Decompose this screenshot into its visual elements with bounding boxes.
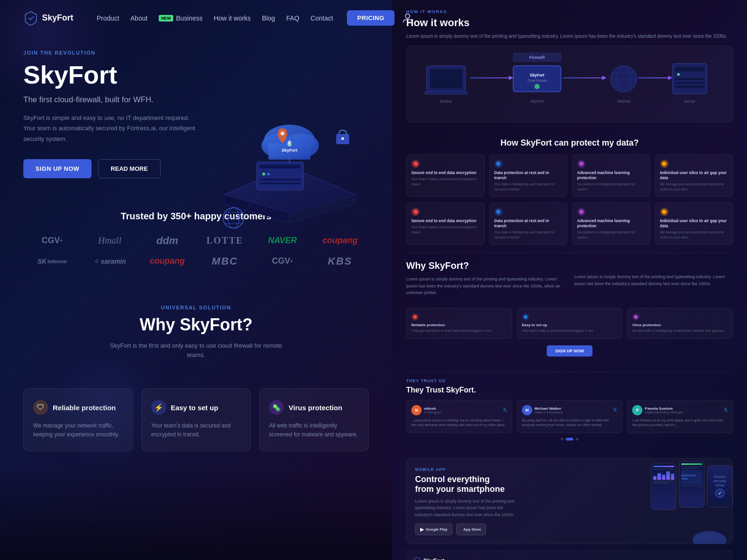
app-store-button[interactable]: App Store xyxy=(456,524,486,535)
user-icon[interactable] xyxy=(401,12,414,25)
hero-title: SkyFort xyxy=(23,61,219,89)
testimonial-text-2: I use Fortress.ai on my work laptop, and… xyxy=(632,418,728,428)
testimonial-0: N niitesh UI Designer 𝕏 ...using about v… xyxy=(406,400,512,433)
signup-button[interactable]: SIGN UP NOW xyxy=(23,159,92,178)
svg-point-22 xyxy=(281,132,284,135)
protection-grid-1: 🔴 Secure end to end data encryption Your… xyxy=(406,154,733,197)
hero-label: JOIN THE REVOLUTION xyxy=(23,50,219,56)
svg-text:Firewall!: Firewall! xyxy=(529,55,545,60)
why-feature-0: 🔴 Reliable protection They get downtown … xyxy=(406,308,512,339)
phone-line xyxy=(653,469,674,469)
scroll-dot-1[interactable] xyxy=(566,438,573,441)
nav-blog[interactable]: Blog xyxy=(262,14,275,22)
google-play-label: Google Play xyxy=(426,527,447,532)
how-it-works-section: HOW IT WORKS How it works Lorem ipsum is… xyxy=(406,9,733,138)
main-content: SkyFort Product About NEW Business How i… xyxy=(0,0,392,560)
nav-business: Business xyxy=(176,14,203,22)
nav-actions: PRICING xyxy=(347,10,414,26)
protect-title-6: Advanced machine learning protection xyxy=(577,218,645,229)
google-play-button[interactable]: ▶ Google Play xyxy=(415,524,452,535)
why-skyfort-desc1: Lorem ipsum is simply dummy text of the … xyxy=(406,276,565,296)
why-feature-2: 🟣 Virus protection All web traffic is in… xyxy=(627,308,733,339)
protection-item-1: 🔵 Data protection at rest and in transit… xyxy=(489,154,568,197)
svg-point-34 xyxy=(535,84,540,89)
hero-buttons: SIGN UP NOW READ MORE xyxy=(23,159,219,178)
logo-icon xyxy=(23,11,38,26)
phone-line-3 xyxy=(653,483,668,483)
testimonial-user-1: M Michael Walker Head of Operations xyxy=(522,405,563,415)
svg-point-6 xyxy=(262,173,265,175)
google-play-icon: ▶ xyxy=(420,526,424,532)
feature-title-1: Easy to set up xyxy=(171,404,218,412)
testimonial-header-1: M Michael Walker Head of Operations 𝕏 xyxy=(522,405,618,415)
nav-about[interactable]: About xyxy=(130,14,148,22)
svg-marker-45 xyxy=(668,76,672,80)
protect-icon-3: 🟠 xyxy=(660,160,669,168)
svg-text:Cloud Firewall: Cloud Firewall xyxy=(528,79,547,82)
footer-top: SkyFort Product About Business How it wo… xyxy=(413,557,726,560)
why-skyfort-section: Why SkyFort? Lorem ipsum is simply dummy… xyxy=(406,252,733,364)
svg-marker-30 xyxy=(509,76,513,80)
mobile-app-label: MOBILE APP xyxy=(415,467,724,472)
svg-rect-8 xyxy=(260,179,301,181)
how-protect-title: How SkyFort can protect my data? xyxy=(406,138,733,148)
chart-bar-2 xyxy=(657,473,661,480)
protect-desc-3: We manage your account profiles and serv… xyxy=(660,182,728,192)
how-it-works-title: How it works xyxy=(406,17,733,29)
footer-logo-text: SkyFort xyxy=(423,558,444,560)
universal-description: SkyFort is the first and only easy to us… xyxy=(103,341,289,361)
svg-text:Server: Server xyxy=(684,99,696,104)
hero-illustration: SkyFort xyxy=(196,73,383,237)
protection-grid-2: 🔴 Secure end to end data encryption Your… xyxy=(406,203,733,245)
testimonial-text-1: By using SkyFort, we are able to breathe… xyxy=(522,418,618,428)
nav-faq[interactable]: FAQ xyxy=(286,14,299,22)
testimonial-2: P Pamela Suetom Digital Marketing Manage… xyxy=(627,400,733,433)
testimonial-role-1: Head of Operations xyxy=(535,411,563,414)
protect-title-0: Secure end to end data encryption xyxy=(411,170,479,175)
chart-bar-5 xyxy=(671,474,674,480)
protection-item-3: 🟠 Individual user silos to air gap your … xyxy=(655,154,733,197)
logo-saramin: ⁘ saramin xyxy=(81,258,138,265)
universal-section: UNIVERSAL SOLUTION Why SkyFort? SkyFort … xyxy=(0,281,392,375)
feature-title-0: Reliable protection xyxy=(53,404,116,412)
svg-rect-50 xyxy=(675,82,705,84)
wf-desc-1: Your team's data is secured and encrypti… xyxy=(522,329,618,334)
scroll-dot-2[interactable] xyxy=(576,438,578,441)
testimonial-role-2: Digital Marketing Manager xyxy=(645,411,683,414)
testimonial-1: M Michael Walker Head of Operations 𝕏 By… xyxy=(517,400,623,433)
phone-line-2 xyxy=(653,481,674,482)
scroll-dot-0[interactable] xyxy=(561,438,564,441)
protection-item-6: 🟣 Advanced machine learning protection O… xyxy=(572,203,650,245)
nav-product[interactable]: Product xyxy=(97,14,119,22)
how-protect-section: How SkyFort can protect my data? 🔴 Secur… xyxy=(406,138,733,245)
svg-point-16 xyxy=(341,137,344,140)
feature-title-2: Virus protection xyxy=(289,404,342,412)
business-badge: NEW xyxy=(159,15,173,21)
how-it-works-label: HOW IT WORKS xyxy=(406,9,733,14)
nav-how-it-works[interactable]: How it works xyxy=(214,14,251,22)
phone-mockup-3: Device securitysetup ✓ xyxy=(707,465,733,507)
why-skyfort-desc2: Lorem ipsum is simply dummy text of the … xyxy=(574,273,733,287)
universal-title: Why SkyFort? xyxy=(23,315,369,335)
why-signup-button[interactable]: SIGN UP NOW xyxy=(547,345,592,357)
svg-text:Internet: Internet xyxy=(617,99,631,104)
nav-contact[interactable]: Contact xyxy=(310,14,333,22)
mobile-app-section: MOBILE APP Control everything from your … xyxy=(406,458,733,544)
nav-business-item[interactable]: NEW Business xyxy=(159,14,203,22)
wf-desc-0: They get downtown on their travel and en… xyxy=(411,329,507,334)
why-skyfort-title: Why SkyFort? xyxy=(406,260,565,271)
wf-icon-2: 🟣 xyxy=(632,313,640,321)
readmore-button[interactable]: READ MORE xyxy=(98,159,160,178)
feature-desc-1: Your team's data is secured and encrypte… xyxy=(151,421,241,439)
pricing-button[interactable]: PRICING xyxy=(347,10,395,26)
svg-rect-49 xyxy=(675,78,705,80)
avatar-2: P xyxy=(632,405,642,415)
twitter-icon-1: 𝕏 xyxy=(613,407,617,413)
protect-title-5: Data protection at rest and in transit xyxy=(494,218,563,229)
testimonial-name-2: Pamela Suetom xyxy=(645,406,683,411)
protect-desc-5: Your data is intelligently, and data blo… xyxy=(494,230,563,240)
protect-icon-5: 🔵 xyxy=(494,208,503,216)
logo-cgv1: CGV+ xyxy=(23,236,81,245)
testimonial-name-0: niitesh xyxy=(424,406,441,411)
svg-marker-37 xyxy=(602,76,606,80)
